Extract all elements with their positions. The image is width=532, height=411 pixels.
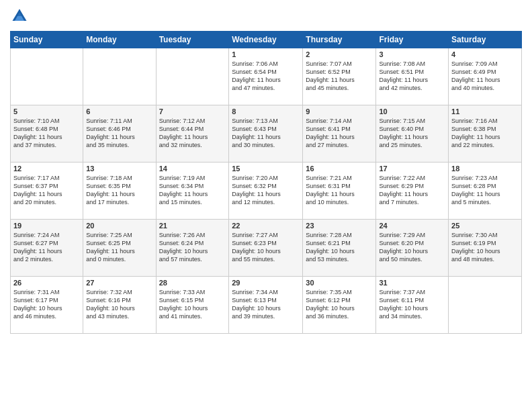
calendar-cell <box>449 277 522 334</box>
weekday-header-saturday: Saturday <box>449 32 522 48</box>
calendar-cell: 13Sunrise: 7:18 AM Sunset: 6:35 PM Dayli… <box>83 163 156 220</box>
day-info: Sunrise: 7:31 AM Sunset: 6:17 PM Dayligh… <box>13 288 80 321</box>
day-number: 18 <box>451 165 519 173</box>
day-info: Sunrise: 7:18 AM Sunset: 6:35 PM Dayligh… <box>86 174 152 207</box>
svg-marker-2 <box>15 9 23 17</box>
day-number: 3 <box>379 50 445 58</box>
day-info: Sunrise: 7:08 AM Sunset: 6:51 PM Dayligh… <box>379 60 445 93</box>
day-info: Sunrise: 7:19 AM Sunset: 6:34 PM Dayligh… <box>159 174 226 207</box>
day-info: Sunrise: 7:20 AM Sunset: 6:32 PM Dayligh… <box>232 174 300 207</box>
day-info: Sunrise: 7:35 AM Sunset: 6:12 PM Dayligh… <box>306 288 373 321</box>
calendar-cell: 2Sunrise: 7:07 AM Sunset: 6:52 PM Daylig… <box>303 48 376 105</box>
day-info: Sunrise: 7:17 AM Sunset: 6:37 PM Dayligh… <box>13 174 80 207</box>
calendar-cell: 17Sunrise: 7:22 AM Sunset: 6:29 PM Dayli… <box>376 163 449 220</box>
calendar-cell: 6Sunrise: 7:11 AM Sunset: 6:46 PM Daylig… <box>83 105 156 163</box>
calendar-cell: 21Sunrise: 7:26 AM Sunset: 6:24 PM Dayli… <box>156 220 229 277</box>
calendar-cell: 16Sunrise: 7:21 AM Sunset: 6:31 PM Dayli… <box>303 163 376 220</box>
day-info: Sunrise: 7:09 AM Sunset: 6:49 PM Dayligh… <box>451 60 519 93</box>
calendar-cell: 30Sunrise: 7:35 AM Sunset: 6:12 PM Dayli… <box>303 277 376 334</box>
day-number: 6 <box>86 107 152 116</box>
calendar-cell: 9Sunrise: 7:14 AM Sunset: 6:41 PM Daylig… <box>303 105 376 163</box>
day-info: Sunrise: 7:21 AM Sunset: 6:31 PM Dayligh… <box>306 174 373 207</box>
day-info: Sunrise: 7:16 AM Sunset: 6:38 PM Dayligh… <box>451 117 519 150</box>
calendar-week-2: 5Sunrise: 7:10 AM Sunset: 6:48 PM Daylig… <box>11 105 522 163</box>
page-container: SundayMondayTuesdayWednesdayThursdayFrid… <box>0 0 532 340</box>
day-info: Sunrise: 7:23 AM Sunset: 6:28 PM Dayligh… <box>451 174 519 207</box>
day-number: 25 <box>451 222 519 230</box>
calendar-cell: 31Sunrise: 7:37 AM Sunset: 6:11 PM Dayli… <box>376 277 449 334</box>
calendar-cell <box>83 48 156 105</box>
calendar-cell: 24Sunrise: 7:29 AM Sunset: 6:20 PM Dayli… <box>376 220 449 277</box>
calendar-cell: 22Sunrise: 7:27 AM Sunset: 6:23 PM Dayli… <box>229 220 303 277</box>
day-info: Sunrise: 7:14 AM Sunset: 6:41 PM Dayligh… <box>306 117 373 150</box>
day-info: Sunrise: 7:25 AM Sunset: 6:25 PM Dayligh… <box>86 231 152 264</box>
day-number: 22 <box>232 222 300 230</box>
day-number: 4 <box>451 50 519 58</box>
calendar-cell: 3Sunrise: 7:08 AM Sunset: 6:51 PM Daylig… <box>376 48 449 105</box>
day-info: Sunrise: 7:11 AM Sunset: 6:46 PM Dayligh… <box>86 117 152 150</box>
calendar-cell: 10Sunrise: 7:15 AM Sunset: 6:40 PM Dayli… <box>376 105 449 163</box>
calendar-cell: 27Sunrise: 7:32 AM Sunset: 6:16 PM Dayli… <box>83 277 156 334</box>
header <box>10 7 522 26</box>
day-info: Sunrise: 7:33 AM Sunset: 6:15 PM Dayligh… <box>159 288 226 321</box>
weekday-header-tuesday: Tuesday <box>156 32 229 48</box>
calendar-cell <box>11 48 83 105</box>
calendar-cell: 11Sunrise: 7:16 AM Sunset: 6:38 PM Dayli… <box>449 105 522 163</box>
day-number: 2 <box>306 50 373 58</box>
day-number: 17 <box>379 165 445 173</box>
day-number: 1 <box>232 50 300 58</box>
weekday-header-friday: Friday <box>376 32 449 48</box>
calendar-cell: 8Sunrise: 7:13 AM Sunset: 6:43 PM Daylig… <box>229 105 303 163</box>
day-number: 14 <box>159 165 226 173</box>
calendar-week-1: 1Sunrise: 7:06 AM Sunset: 6:54 PM Daylig… <box>11 48 522 105</box>
day-info: Sunrise: 7:12 AM Sunset: 6:44 PM Dayligh… <box>159 117 226 150</box>
day-info: Sunrise: 7:32 AM Sunset: 6:16 PM Dayligh… <box>86 288 152 321</box>
day-info: Sunrise: 7:22 AM Sunset: 6:29 PM Dayligh… <box>379 174 445 207</box>
calendar-cell: 1Sunrise: 7:06 AM Sunset: 6:54 PM Daylig… <box>229 48 303 105</box>
day-info: Sunrise: 7:06 AM Sunset: 6:54 PM Dayligh… <box>232 60 300 93</box>
day-info: Sunrise: 7:37 AM Sunset: 6:11 PM Dayligh… <box>379 288 445 321</box>
day-number: 24 <box>379 222 445 230</box>
calendar-cell: 28Sunrise: 7:33 AM Sunset: 6:15 PM Dayli… <box>156 277 229 334</box>
calendar-week-5: 26Sunrise: 7:31 AM Sunset: 6:17 PM Dayli… <box>11 277 522 334</box>
calendar-week-4: 19Sunrise: 7:24 AM Sunset: 6:27 PM Dayli… <box>11 220 522 277</box>
calendar-cell: 4Sunrise: 7:09 AM Sunset: 6:49 PM Daylig… <box>449 48 522 105</box>
calendar-cell: 5Sunrise: 7:10 AM Sunset: 6:48 PM Daylig… <box>11 105 83 163</box>
calendar-cell: 12Sunrise: 7:17 AM Sunset: 6:37 PM Dayli… <box>11 163 83 220</box>
day-number: 29 <box>232 279 300 287</box>
weekday-header-sunday: Sunday <box>11 32 83 48</box>
calendar-cell: 15Sunrise: 7:20 AM Sunset: 6:32 PM Dayli… <box>229 163 303 220</box>
logo-icon <box>10 7 29 26</box>
day-number: 23 <box>306 222 373 230</box>
weekday-header-thursday: Thursday <box>303 32 376 48</box>
logo <box>10 7 30 26</box>
calendar-cell: 20Sunrise: 7:25 AM Sunset: 6:25 PM Dayli… <box>83 220 156 277</box>
day-info: Sunrise: 7:24 AM Sunset: 6:27 PM Dayligh… <box>13 231 80 264</box>
day-number: 7 <box>159 107 226 116</box>
calendar-cell <box>156 48 229 105</box>
day-info: Sunrise: 7:28 AM Sunset: 6:21 PM Dayligh… <box>306 231 373 264</box>
day-number: 15 <box>232 165 300 173</box>
calendar-cell: 7Sunrise: 7:12 AM Sunset: 6:44 PM Daylig… <box>156 105 229 163</box>
day-number: 30 <box>306 279 373 287</box>
day-number: 12 <box>13 165 80 173</box>
day-number: 19 <box>13 222 80 230</box>
day-number: 8 <box>232 107 300 116</box>
calendar-cell: 26Sunrise: 7:31 AM Sunset: 6:17 PM Dayli… <box>11 277 83 334</box>
day-number: 28 <box>159 279 226 287</box>
day-info: Sunrise: 7:29 AM Sunset: 6:20 PM Dayligh… <box>379 231 445 264</box>
day-number: 16 <box>306 165 373 173</box>
day-number: 11 <box>451 107 519 116</box>
day-info: Sunrise: 7:34 AM Sunset: 6:13 PM Dayligh… <box>232 288 300 321</box>
day-number: 26 <box>13 279 80 287</box>
calendar-cell: 14Sunrise: 7:19 AM Sunset: 6:34 PM Dayli… <box>156 163 229 220</box>
day-number: 10 <box>379 107 445 116</box>
day-info: Sunrise: 7:15 AM Sunset: 6:40 PM Dayligh… <box>379 117 445 150</box>
weekday-header-row: SundayMondayTuesdayWednesdayThursdayFrid… <box>11 32 522 48</box>
calendar-cell: 18Sunrise: 7:23 AM Sunset: 6:28 PM Dayli… <box>449 163 522 220</box>
day-number: 20 <box>86 222 152 230</box>
day-info: Sunrise: 7:30 AM Sunset: 6:19 PM Dayligh… <box>451 231 519 264</box>
day-info: Sunrise: 7:27 AM Sunset: 6:23 PM Dayligh… <box>232 231 300 264</box>
calendar-cell: 19Sunrise: 7:24 AM Sunset: 6:27 PM Dayli… <box>11 220 83 277</box>
day-number: 9 <box>306 107 373 116</box>
